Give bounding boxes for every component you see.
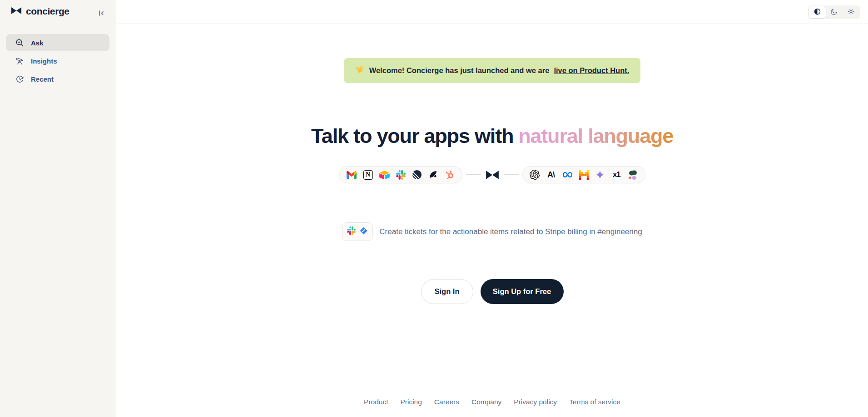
announcement-banner: Welcome! Concierge has just launched and… <box>344 58 641 83</box>
product-hunt-link[interactable]: live on Product Hunt. <box>554 66 629 75</box>
xai-icon: x1 <box>611 170 622 180</box>
search-sparkle-icon <box>15 39 24 47</box>
main-content: Welcome! Concierge has just launched and… <box>116 24 868 417</box>
app-logo: concierge <box>11 6 69 17</box>
sidebar-item-label: Ask <box>31 39 44 47</box>
history-clock-icon <box>15 75 24 83</box>
hero-title-prefix: Talk to your apps with <box>311 124 513 148</box>
sidebar-item-label: Insights <box>31 57 57 65</box>
theme-light-button[interactable] <box>843 6 859 18</box>
concierge-bowtie-icon <box>486 170 499 180</box>
linear-icon <box>412 170 422 180</box>
mistral-icon <box>579 170 589 180</box>
quill-app-icon <box>428 170 439 180</box>
theme-dark-button[interactable] <box>826 6 843 18</box>
example-prompt[interactable]: Create tickets for the actionable items … <box>116 222 868 241</box>
sidebar-nav: Ask Insights Recent <box>6 34 109 88</box>
hero-title: Talk to your apps withnatural language <box>116 124 868 148</box>
prompt-text: Create tickets for the actionable items … <box>379 227 642 236</box>
footer-link-company[interactable]: Company <box>471 398 501 406</box>
app-name: concierge <box>26 6 69 17</box>
sign-up-button[interactable]: Sign Up for Free <box>481 279 564 304</box>
footer-links: Product Pricing Careers Company Privacy … <box>116 398 868 406</box>
footer-link-careers[interactable]: Careers <box>434 398 459 406</box>
sidebar-item-label: Recent <box>31 75 54 83</box>
slack-icon <box>396 170 406 180</box>
anthropic-icon: A\ <box>546 170 556 180</box>
integrations-row: N A\ <box>116 166 868 183</box>
banner-text: Welcome! Concierge has just launched and… <box>369 66 550 75</box>
jira-icon <box>359 226 368 237</box>
bowtie-icon <box>11 7 22 16</box>
model-providers-pill: A\ x1 <box>522 166 645 183</box>
footer-link-privacy-policy[interactable]: Privacy policy <box>514 398 557 406</box>
sidebar-item-recent[interactable]: Recent <box>6 70 109 88</box>
openai-icon <box>530 170 540 180</box>
contrast-icon <box>813 8 821 17</box>
hero-title-highlight: natural language <box>518 124 673 148</box>
connector-line-left <box>466 174 481 175</box>
slack-icon <box>347 226 356 237</box>
announcement-banner-row: Welcome! Concierge has just launched and… <box>116 58 868 83</box>
sidebar-item-ask[interactable]: Ask <box>6 34 109 51</box>
footer-link-product[interactable]: Product <box>364 398 388 406</box>
moon-icon <box>830 8 838 17</box>
sidebar: concierge Ask Insights Recent <box>0 0 116 417</box>
gemini-icon <box>595 170 605 180</box>
airtable-icon <box>379 170 390 180</box>
theme-toggle <box>808 5 860 19</box>
gmail-icon <box>347 170 357 180</box>
top-bar <box>116 0 868 24</box>
telescope-icon <box>15 57 24 65</box>
sidebar-item-insights[interactable]: Insights <box>6 52 109 69</box>
cohere-icon <box>628 170 638 180</box>
source-apps-pill: N <box>339 166 462 183</box>
footer-link-terms-of-service[interactable]: Terms of service <box>569 398 620 406</box>
prompt-app-badge <box>342 222 373 241</box>
connector-line-right <box>504 174 519 175</box>
waving-hand-icon <box>355 65 365 76</box>
collapse-sidebar-icon[interactable] <box>97 9 106 18</box>
auth-buttons: Sign In Sign Up for Free <box>116 279 868 304</box>
notion-icon: N <box>363 170 373 180</box>
footer-link-pricing[interactable]: Pricing <box>400 398 422 406</box>
hubspot-icon <box>445 170 455 180</box>
sun-icon <box>847 8 855 17</box>
theme-auto-button[interactable] <box>809 6 826 18</box>
meta-icon <box>562 170 573 180</box>
sign-in-button[interactable]: Sign In <box>421 279 473 304</box>
